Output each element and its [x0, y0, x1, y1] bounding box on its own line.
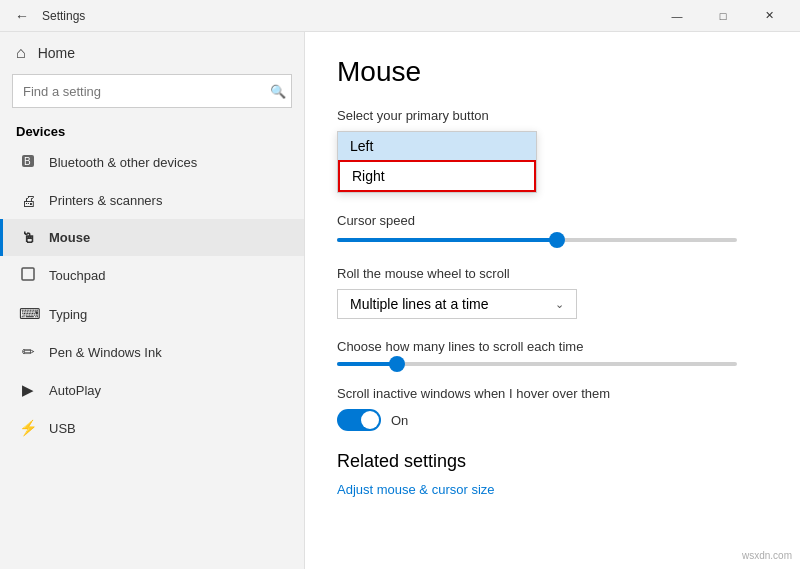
toggle-knob: [361, 411, 379, 429]
sidebar-item-touchpad-label: Touchpad: [49, 268, 105, 283]
primary-button-label: Select your primary button: [337, 108, 768, 123]
pen-icon: ✏: [19, 343, 37, 361]
related-settings-title: Related settings: [337, 451, 768, 472]
dropdown-option-left[interactable]: Left: [338, 132, 536, 160]
mouse-icon: 🖱: [19, 229, 37, 246]
scroll-chevron-icon: ⌄: [555, 298, 564, 311]
sidebar-item-typing-label: Typing: [49, 307, 87, 322]
search-input[interactable]: [12, 74, 292, 108]
page-title: Mouse: [337, 56, 768, 88]
search-icon[interactable]: 🔍: [270, 84, 286, 99]
home-icon: ⌂: [16, 44, 26, 62]
sidebar-item-autoplay[interactable]: ▶ AutoPlay: [0, 371, 304, 409]
sidebar-item-printers-label: Printers & scanners: [49, 193, 162, 208]
autoplay-icon: ▶: [19, 381, 37, 399]
home-nav-item[interactable]: ⌂ Home: [0, 32, 304, 74]
main-content: Mouse Select your primary button Left Ri…: [305, 32, 800, 569]
app-body: ⌂ Home 🔍 Devices B Bluetooth & other dev…: [0, 32, 800, 569]
cursor-speed-slider[interactable]: [337, 238, 768, 242]
related-link-adjust-mouse[interactable]: Adjust mouse & cursor size: [337, 482, 768, 497]
cursor-speed-fill: [337, 238, 557, 242]
minimize-button[interactable]: —: [654, 0, 700, 32]
window-title: Settings: [42, 9, 85, 23]
toggle-state-label: On: [391, 413, 408, 428]
lines-scroll-slider[interactable]: [337, 362, 768, 366]
lines-scroll-track: [337, 362, 737, 366]
sidebar: ⌂ Home 🔍 Devices B Bluetooth & other dev…: [0, 32, 305, 569]
scroll-dropdown[interactable]: Multiple lines at a time ⌄: [337, 289, 577, 319]
dropdown-option-right[interactable]: Right: [338, 160, 536, 192]
cursor-speed-track: [337, 238, 737, 242]
back-button[interactable]: ←: [8, 2, 36, 30]
search-box: 🔍: [12, 74, 292, 108]
cursor-speed-label: Cursor speed: [337, 213, 768, 228]
dropdown-open[interactable]: Left Right: [337, 131, 537, 193]
usb-icon: ⚡: [19, 419, 37, 437]
sidebar-item-mouse[interactable]: 🖱 Mouse: [0, 219, 304, 256]
close-button[interactable]: ✕: [746, 0, 792, 32]
sidebar-item-typing[interactable]: ⌨ Typing: [0, 295, 304, 333]
cursor-speed-thumb[interactable]: [549, 232, 565, 248]
window-controls: — □ ✕: [654, 0, 792, 32]
lines-scroll-label: Choose how many lines to scroll each tim…: [337, 339, 768, 354]
home-label: Home: [38, 45, 75, 61]
primary-button-dropdown: Left Right: [337, 131, 768, 193]
sidebar-item-touchpad[interactable]: Touchpad: [0, 256, 304, 295]
lines-scroll-thumb[interactable]: [389, 356, 405, 372]
scroll-option-label: Multiple lines at a time: [350, 296, 489, 312]
title-bar: ← Settings — □ ✕: [0, 0, 800, 32]
touchpad-icon: [19, 266, 37, 285]
sidebar-item-pen-label: Pen & Windows Ink: [49, 345, 162, 360]
sidebar-item-autoplay-label: AutoPlay: [49, 383, 101, 398]
sidebar-section-title: Devices: [0, 116, 304, 143]
typing-icon: ⌨: [19, 305, 37, 323]
sidebar-item-bluetooth[interactable]: B Bluetooth & other devices: [0, 143, 304, 182]
sidebar-item-mouse-label: Mouse: [49, 230, 90, 245]
sidebar-item-usb-label: USB: [49, 421, 76, 436]
sidebar-item-bluetooth-label: Bluetooth & other devices: [49, 155, 197, 170]
back-icon: ←: [15, 8, 29, 24]
printer-icon: 🖨: [19, 192, 37, 209]
sidebar-item-pen[interactable]: ✏ Pen & Windows Ink: [0, 333, 304, 371]
scroll-label: Roll the mouse wheel to scroll: [337, 266, 768, 281]
svg-rect-2: [22, 268, 34, 280]
sidebar-item-usb[interactable]: ⚡ USB: [0, 409, 304, 447]
lines-scroll-fill: [337, 362, 397, 366]
watermark: wsxdn.com: [742, 550, 792, 561]
inactive-scroll-toggle[interactable]: [337, 409, 381, 431]
bluetooth-icon: B: [19, 153, 37, 172]
svg-text:B: B: [24, 156, 31, 167]
sidebar-item-printers[interactable]: 🖨 Printers & scanners: [0, 182, 304, 219]
inactive-scroll-label: Scroll inactive windows when I hover ove…: [337, 386, 768, 401]
maximize-button[interactable]: □: [700, 0, 746, 32]
inactive-scroll-toggle-row: On: [337, 409, 768, 431]
